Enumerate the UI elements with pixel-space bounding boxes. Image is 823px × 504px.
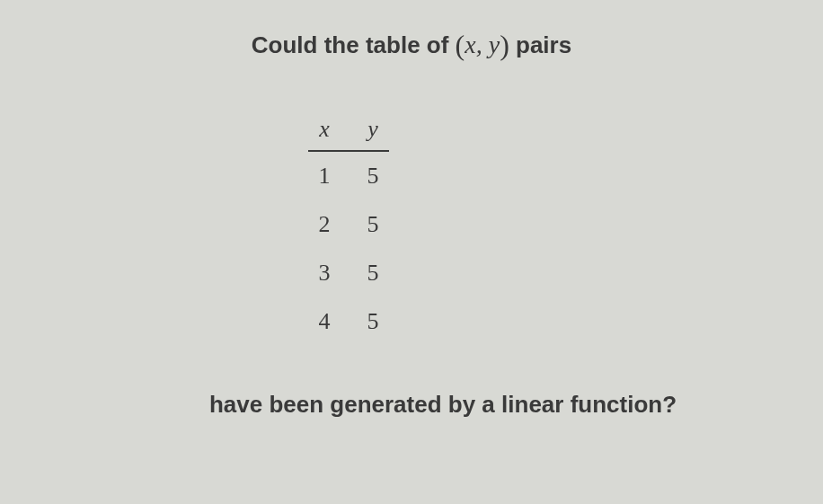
- cell-y: 5: [362, 163, 384, 190]
- paren-open: (: [456, 29, 465, 61]
- var-x: x: [465, 31, 475, 58]
- question-line-1: Could the table of (x, y) pairs: [252, 29, 571, 62]
- header-y: y: [362, 116, 384, 143]
- cell-y: 5: [362, 308, 384, 335]
- table-header: x y: [308, 116, 389, 152]
- comma: ,: [476, 31, 489, 58]
- table-row: 3 5: [308, 249, 389, 297]
- cell-x: 1: [314, 163, 335, 190]
- question-line-2: have been generated by a linear function…: [209, 391, 677, 419]
- xy-table: x y 1 5 2 5 3 5 4 5: [308, 116, 389, 346]
- table-row: 2 5: [308, 200, 389, 249]
- cell-x: 2: [314, 211, 335, 238]
- cell-x: 3: [314, 260, 335, 287]
- cell-y: 5: [362, 211, 384, 238]
- var-y: y: [489, 31, 500, 58]
- question-prefix: Could the table of: [252, 31, 456, 58]
- question-content: Could the table of (x, y) pairs x y 1 5 …: [0, 0, 823, 419]
- table-body: 1 5 2 5 3 5 4 5: [308, 152, 389, 346]
- paren-close: ): [500, 29, 509, 61]
- header-x: x: [314, 116, 335, 143]
- table-row: 4 5: [308, 297, 389, 346]
- cell-x: 4: [314, 308, 335, 335]
- cell-y: 5: [362, 260, 384, 287]
- question-suffix: pairs: [509, 31, 571, 58]
- table-row: 1 5: [308, 152, 389, 200]
